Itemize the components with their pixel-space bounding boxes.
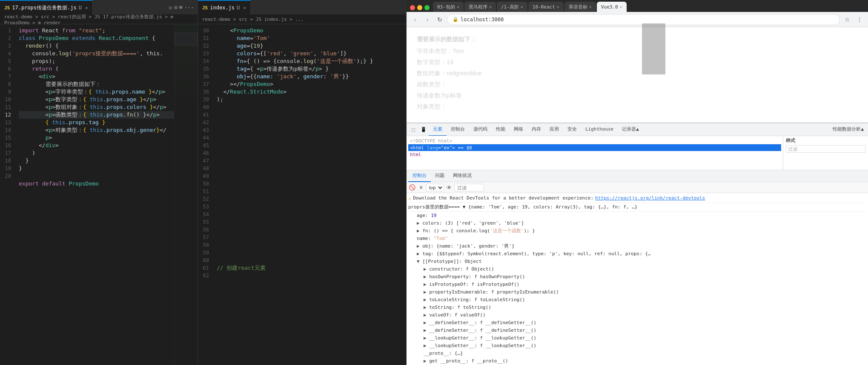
dt-tab-network[interactable]: 网络	[510, 123, 527, 136]
console-subtab-issues[interactable]: 问题	[431, 170, 449, 182]
console-context-select[interactable]: top	[426, 184, 444, 191]
browser-tab-3[interactable]: /1-高阶 ×	[497, 2, 527, 12]
tree-definesetter[interactable]: ▶ __defineSetter__: f __defineSetter__()	[408, 327, 866, 334]
refresh-button[interactable]: ↻	[435, 14, 445, 25]
minimize-light[interactable]	[417, 5, 422, 10]
console-log-msg: proprs接受的数据==== ▼ {name: 'Tom', age: 19,…	[408, 203, 866, 212]
browser-tab-1[interactable]: 03-包的 ×	[433, 2, 464, 12]
dt-tab-memory[interactable]: 内存	[527, 123, 545, 136]
filter-input-area[interactable]: 过滤	[786, 145, 865, 153]
editor2-tab-active[interactable]: JS index.js U ×	[198, 0, 251, 15]
console-subtab-console[interactable]: 控制台	[408, 170, 431, 182]
dt-tab-recorder[interactable]: 记录器▲	[618, 123, 643, 136]
browser-tab-4-close[interactable]: ×	[557, 5, 559, 9]
browser-tab-3-label: /1-高阶	[501, 4, 519, 10]
browser-tab-6[interactable]: Vue3.0 ×	[597, 2, 627, 12]
editor2-tab-label: index.js	[210, 5, 235, 11]
dt-tab-security[interactable]: 安全	[563, 123, 581, 136]
browser-tab-2[interactable]: 黑马程序 ×	[464, 2, 496, 12]
browser-tab-5-close[interactable]: ×	[589, 5, 592, 9]
log-object-toggle[interactable]: ▼ {name: 'Tom', age: 19, colors: Array(3…	[463, 204, 638, 210]
tree-propertyisenumerable[interactable]: ▶ propertyIsEnumerable: f propertyIsEnum…	[408, 288, 866, 296]
dt-tab-performance[interactable]: 性能	[492, 123, 510, 136]
console-eye-btn[interactable]: 👁	[445, 184, 453, 191]
editor2-content[interactable]: 30 31 32 33 34 35 36 37 38 39 40 41 42 4…	[198, 24, 406, 365]
dt-tab-lighthouse[interactable]: Lighthouse	[581, 123, 618, 136]
code-line: <div>	[19, 73, 174, 80]
clear-console-btn[interactable]: 🚫	[408, 184, 416, 191]
browser-tab-1-label: 03-包的	[437, 4, 455, 10]
editor1-tab-active[interactable]: JS 17.props传递任务数据.js U ×	[0, 0, 93, 15]
editor2-breadcrumb: react-demo > src > JS index.js > ...	[198, 15, 406, 24]
html-lang-line[interactable]: <html lang="en"> == $0	[408, 144, 781, 151]
browser-tab-3-close[interactable]: ×	[521, 5, 523, 9]
code-area-1[interactable]: import React from "react"; class PropsDe…	[15, 24, 174, 365]
bookmark-button[interactable]: ☆	[842, 14, 852, 25]
page-item-2: 数组对象：redgreenblue	[417, 70, 858, 77]
editor2-tab-close[interactable]: ×	[243, 5, 246, 11]
editor1-content[interactable]: 1 2 3 4 5 6 7 8 9 10 11 12 13 14 15 16 1	[0, 24, 198, 365]
menu-button[interactable]: ⋮	[854, 14, 865, 25]
editor-panel-2: JS index.js U × react-demo > src > JS in…	[198, 0, 407, 365]
browser-tab-4[interactable]: 10-React ×	[528, 2, 564, 12]
editor1-tabbar: JS 17.props传递任务数据.js U × ▷ ⊙ ⊞ ···	[0, 0, 198, 15]
tree-isprototypeof[interactable]: ▶ isPrototypeOf: f isPrototypeOf()	[408, 281, 866, 288]
lock-icon: 🔒	[453, 17, 458, 22]
console-output[interactable]: ⚠ Download the React DevTools for a bett…	[407, 193, 868, 365]
tree-colors[interactable]: ▶ colors: (3) ['red', 'green', 'blue']	[408, 220, 866, 227]
tree-tostring[interactable]: ▶ toString: f toString()	[408, 304, 866, 311]
tree-valueof[interactable]: ▶ valueOf: f valueOf()	[408, 311, 866, 319]
elements-html-panel[interactable]: <!DOCTYPE html> <html lang="en"> == $0 h…	[407, 136, 783, 170]
forward-button[interactable]: ›	[422, 14, 433, 25]
dt-tab-perf-insights[interactable]: 性能数据分析▲	[830, 123, 866, 136]
tree-lookupgetter[interactable]: ▶ __lookupGetter__: f __lookupGetter__()	[408, 334, 866, 342]
console-settings-btn[interactable]: ⚙	[417, 184, 425, 191]
tree-prototype[interactable]: ▼ [[Prototype]]: Object	[408, 258, 866, 265]
page-item-3: 函数类型：	[417, 81, 858, 88]
dt-icon-inspect[interactable]: ⬚	[408, 125, 418, 135]
dt-tab-elements[interactable]: 元素	[429, 123, 447, 136]
dt-tab-sources[interactable]: 源代码	[469, 123, 492, 136]
dt-icon-device[interactable]: 📱	[418, 125, 429, 135]
console-toolbar: 🚫 ⚙ top 👁	[407, 182, 868, 193]
tree-constructor[interactable]: ▶ constructor: f Object()	[408, 265, 866, 273]
browser-tab-1-close[interactable]: ×	[457, 5, 459, 9]
tree-lookupsetter[interactable]: ▶ __lookupSetter__: f __lookupSetter__()	[408, 342, 866, 350]
tree-definegetter[interactable]: ▶ __defineGetter__: f __defineGetter__()	[408, 319, 866, 327]
tree-hasown[interactable]: ▶ hasOwnProperty: f hasOwnProperty()	[408, 273, 866, 281]
console-subtab-network[interactable]: 网络状况	[449, 170, 476, 182]
editor1-tab-label: 17.props传递任务数据.js	[12, 4, 76, 11]
code-line: <p>字符串类型：{ this.props.name }</p>	[19, 88, 174, 96]
tree-tolocalestring[interactable]: ▶ toLocaleString: f toLocaleString()	[408, 296, 866, 304]
browser-tab-6-close[interactable]: ×	[620, 5, 622, 9]
browser-tab-4-label: 10-React	[533, 4, 555, 10]
close-light[interactable]	[410, 5, 415, 10]
tree-get-proto[interactable]: ▶ get __proto__: f __proto__()	[408, 357, 866, 365]
tree-obj[interactable]: ▶ obj: {name: 'jack', gender: '男'}	[408, 242, 866, 250]
browser-tab-5[interactable]: 英语音标 ×	[564, 2, 596, 12]
code-area-2[interactable]: <PropsDemo name='Tom' age={19} colors={[…	[213, 24, 406, 365]
tree-tag[interactable]: ▶ tag: {$$typeof: Symbol(react.element),…	[408, 250, 866, 258]
dt-tab-application[interactable]: 应用	[545, 123, 563, 136]
back-button[interactable]: ‹	[410, 14, 420, 25]
doctype-line: <!DOCTYPE html>	[408, 137, 781, 144]
run-icon[interactable]: ▷	[169, 4, 173, 11]
split-icon[interactable]: ⊞	[179, 4, 182, 10]
debug-icon[interactable]: ⊙	[174, 4, 178, 11]
minimap-thumb	[642, 23, 665, 74]
code-line: console.log('proprs接受的数据====', this.	[19, 50, 174, 57]
editor1-tab-close[interactable]: ×	[85, 5, 88, 11]
editor1-tab-dirty: U	[79, 5, 82, 11]
console-subtabs: 控制台 问题 网络状况	[407, 170, 868, 182]
browser-tab-2-close[interactable]: ×	[489, 5, 492, 9]
console-filter-input[interactable]	[454, 184, 484, 191]
code-line: fn={ () => {console.log('这是一个函数');} }	[217, 57, 406, 65]
dt-tab-console[interactable]: 控制台	[447, 123, 469, 136]
code-line: )	[19, 149, 174, 157]
maximize-light[interactable]	[424, 5, 430, 10]
devtools-link[interactable]: https://reactjs.org/link/react-devtools	[595, 195, 705, 202]
tree-proto-val: __proto__: {…}	[408, 350, 866, 357]
right-side: JS index.js U × react-demo > src > JS in…	[198, 0, 868, 365]
more-icon[interactable]: ···	[184, 4, 194, 11]
tree-fn[interactable]: ▶ fn: () => { console.log('这是一个函数'); }	[408, 227, 866, 235]
